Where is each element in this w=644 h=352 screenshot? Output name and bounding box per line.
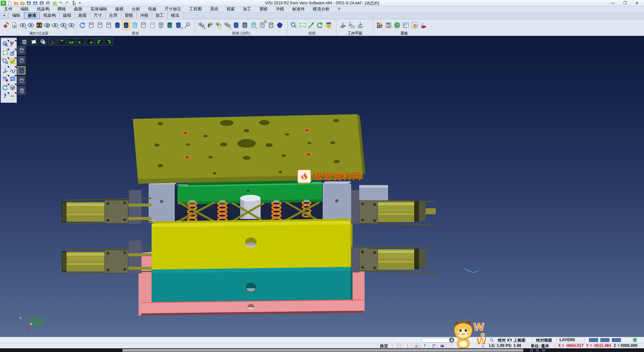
snap-grid-icon[interactable]: [396, 344, 401, 348]
layer-color-swatch-1[interactable]: [589, 338, 598, 342]
taskbar-tray-icon[interactable]: [530, 349, 533, 352]
cylinder-export-icon[interactable]: ➜: [174, 20, 182, 30]
save-as-button[interactable]: [33, 1, 38, 6]
menu-item-standard-parts[interactable]: 标准件: [288, 6, 309, 12]
color-palette-icon[interactable]: [376, 20, 384, 30]
cylinder-shaded-icon[interactable]: [113, 20, 121, 30]
guide-block-left[interactable]: [149, 182, 177, 223]
qat-more-dropdown[interactable]: ▼: [77, 1, 83, 6]
print-preview-button[interactable]: [52, 1, 57, 6]
tab-wireframe[interactable]: 线架构: [40, 12, 60, 19]
3d-viewport[interactable]: ± ? ↔ 智造资料网 x: [0, 36, 644, 337]
import-file-button[interactable]: [20, 1, 25, 6]
view-menu-button[interactable]: [20, 38, 29, 46]
tab-standard[interactable]: 标准: [24, 12, 40, 19]
snap-figure-off-icon[interactable]: [431, 344, 436, 348]
cylinder-style-1-button[interactable]: [17, 46, 25, 54]
menu-item-solid-edit[interactable]: 实体编辑: [87, 6, 111, 12]
confirm-checkbox-icon[interactable]: [9, 57, 16, 65]
snap-help-icon[interactable]: ?: [422, 344, 427, 348]
cylinder-snapshot-icon[interactable]: ▣: [258, 20, 266, 30]
cylinder-hidden-line-icon[interactable]: [96, 20, 104, 30]
zoom-plus-minus-icon[interactable]: ±: [1, 57, 9, 65]
tab-mold[interactable]: 塑膜: [121, 12, 137, 19]
cylinder-analysis-icon[interactable]: [241, 20, 249, 30]
view-cube-iso-button[interactable]: [105, 38, 113, 46]
tab-edit[interactable]: 编辑: [9, 12, 24, 19]
tab-dimension[interactable]: 尺寸: [91, 12, 106, 19]
history-button[interactable]: [71, 1, 76, 6]
cylinder-shaded-edges-icon[interactable]: [122, 20, 130, 30]
save-all-button[interactable]: [39, 1, 44, 6]
render-settings-icon[interactable]: [183, 20, 191, 30]
redo-button[interactable]: [64, 1, 70, 6]
workplane-rectangle-icon[interactable]: [347, 20, 356, 30]
print-button[interactable]: [45, 1, 51, 6]
solids-traffic-light-icon[interactable]: [206, 20, 214, 30]
maximize-button[interactable]: ❐: [621, 1, 629, 5]
active-layer-label[interactable]: LAYER0: [559, 338, 575, 342]
taskbar-tray-icon[interactable]: [536, 349, 539, 352]
filter-traffic-light-icon[interactable]: [35, 20, 43, 30]
table-settings-icon[interactable]: [402, 20, 410, 30]
pencil-circle-icon[interactable]: [9, 49, 16, 56]
menu-item-flow-analysis[interactable]: 模流分析: [309, 6, 334, 12]
menu-item-modeling[interactable]: 建模: [111, 6, 128, 12]
zoom-window-icon[interactable]: [290, 20, 298, 30]
tab-surface[interactable]: 曲面: [75, 12, 91, 19]
menu-item-electrode[interactable]: 电极: [144, 6, 161, 12]
menu-item-file[interactable]: 文件: [0, 6, 16, 12]
side-cylinder-left-lower[interactable]: [62, 240, 152, 273]
globe-status-icon[interactable]: [633, 338, 637, 343]
menu-item-mesh[interactable]: 网格: [54, 6, 70, 12]
menu-item-drawing[interactable]: 工程图: [185, 6, 206, 12]
layer-color-swatch-3[interactable]: [612, 338, 621, 342]
view-orientation-label[interactable]: 绝对 XY 上视图: [498, 338, 525, 343]
cylinder-style-4-button[interactable]: [17, 76, 25, 85]
tab-application[interactable]: 应用: [106, 12, 121, 19]
globe-tools-icon[interactable]: [393, 20, 401, 30]
cylinder-outline-icon[interactable]: [105, 20, 113, 30]
visibility-add-icon[interactable]: +: [19, 20, 26, 30]
yellow-plate[interactable]: [151, 219, 353, 270]
save-button[interactable]: [26, 1, 32, 6]
menu-item-window[interactable]: 视窗: [222, 6, 239, 12]
cylinder-transparent-icon[interactable]: [131, 20, 139, 30]
view-cube-front-button[interactable]: [95, 38, 104, 46]
minimize-button[interactable]: —: [609, 1, 616, 5]
cylinder-section-icon[interactable]: [232, 20, 240, 30]
layer-color-swatch-2[interactable]: [600, 338, 609, 342]
zoom-arrow-icon[interactable]: [307, 20, 315, 30]
menu-item-dimension[interactable]: 尺寸标注: [161, 6, 185, 12]
guide-block-right[interactable]: [323, 181, 352, 222]
menu-item-help[interactable]: ?: [334, 7, 344, 12]
snap-box-icon[interactable]: [439, 344, 445, 348]
taskbar-tray-icon[interactable]: [542, 349, 545, 352]
measure-icon[interactable]: ↔: [9, 92, 16, 100]
visibility-remove-icon[interactable]: −: [27, 20, 35, 30]
solids-refresh-icon[interactable]: [215, 20, 223, 30]
view-cube-right-button[interactable]: [86, 38, 94, 46]
menu-item-machining[interactable]: 加工: [239, 6, 255, 12]
open-file-button[interactable]: [13, 1, 19, 6]
refresh-icon[interactable]: [1, 84, 9, 91]
layer-palette-icon[interactable]: [1, 75, 9, 82]
filter-remove-icon[interactable]: −: [68, 20, 75, 30]
side-cylinder-right-upper[interactable]: [351, 185, 436, 225]
tab-modeling[interactable]: 建模: [60, 12, 75, 19]
pencil-curve-icon[interactable]: [9, 66, 16, 74]
menu-item-system[interactable]: 系统: [206, 6, 222, 12]
cylinder-wireframe-icon[interactable]: [87, 20, 95, 30]
view-zoom-extents-button[interactable]: [39, 38, 47, 46]
solids-add-icon[interactable]: +: [197, 20, 205, 30]
cylinder-outline-2-icon[interactable]: [140, 20, 148, 30]
menu-item-mold[interactable]: 塑模: [255, 6, 272, 12]
cylinder-style-2-button[interactable]: [17, 56, 25, 64]
snap-hand-icon[interactable]: [413, 344, 419, 348]
system-settings-icon[interactable]: [384, 20, 392, 30]
base-plate-front[interactable]: [141, 300, 363, 315]
taskbar[interactable]: [0, 348, 644, 352]
cylinder-style-selected-button[interactable]: [17, 66, 25, 75]
tab-machining[interactable]: 加工: [152, 12, 168, 19]
selection-hand-icon[interactable]: [411, 20, 419, 30]
